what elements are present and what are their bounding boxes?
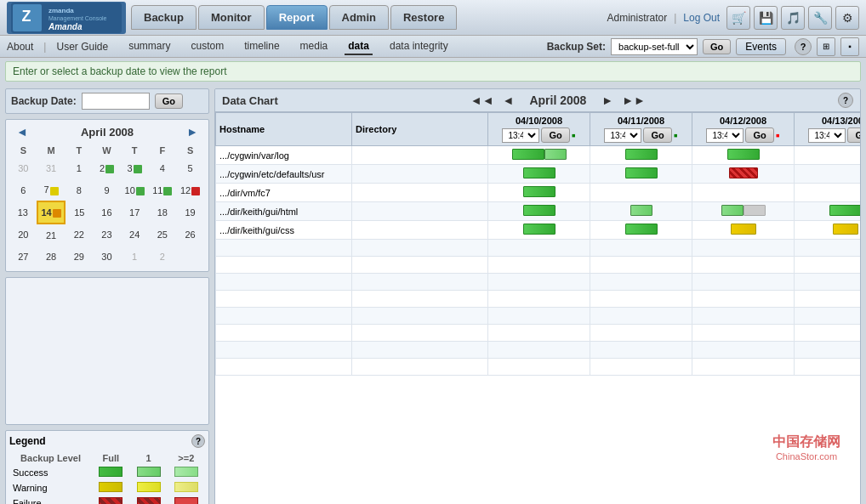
calendar-day[interactable]: 1 [121,246,149,268]
time-select-1[interactable]: 13:47 [604,128,641,143]
subnav-help-icon[interactable]: ? [795,38,812,55]
calendar-day[interactable]: 30 [9,157,37,179]
calendar-day[interactable]: 7 [37,179,66,201]
about-link[interactable]: About [7,41,33,53]
calendar-day[interactable]: 29 [65,246,93,268]
backup-bar [523,205,555,216]
user-guide-link[interactable]: User Guide [56,41,108,53]
backup-set-go-button[interactable]: Go [703,39,731,54]
chart-hostname-cell: .../dir/keith/gui/html [216,202,352,221]
calendar-day[interactable]: 19 [176,201,204,224]
calendar: ◄ April 2008 ► SMTWTFS 30311234567891011… [5,119,209,272]
calendar-next-button[interactable]: ► [183,125,202,139]
tools-icon[interactable]: 🔧 [808,6,832,30]
backup-date-go-button[interactable]: Go [155,93,183,109]
legend-help-icon[interactable]: ? [191,434,205,448]
chart-bar-cell [692,146,795,165]
expand-icon[interactable]: ⊞ [817,37,835,56]
chart-empty-cell [488,257,590,274]
calendar-day[interactable]: 15 [65,201,93,224]
chart-empty-cell [692,359,795,376]
calendar-day[interactable]: 22 [65,224,93,246]
subnav: About | User Guide summary custom timeli… [0,36,866,58]
report-tab-summary[interactable]: summary [125,38,174,55]
time-select-2[interactable]: 13:47 [706,128,744,143]
time-select-3[interactable]: 13:47 [808,128,846,143]
cart-icon[interactable]: 🛒 [726,6,750,30]
calendar-day[interactable]: 2 [93,157,121,179]
music-icon[interactable]: 🎵 [781,6,805,30]
backup-date-input[interactable] [82,93,150,110]
calendar-day[interactable]: 17 [121,201,149,224]
calendar-day[interactable]: 12 [176,179,204,201]
calendar-day[interactable]: 23 [93,224,121,246]
chart-next-next-button[interactable]: ►► [620,93,647,107]
calendar-day[interactable]: 3 [121,157,149,179]
date-label-1: 04/11/2008 [594,116,688,126]
calendar-day[interactable]: 28 [37,246,66,268]
tab-backup[interactable]: Backup [131,5,197,30]
date-go-button-2[interactable]: Go [745,127,773,143]
calendar-day[interactable]: 13 [9,201,37,224]
chart-bar-cell [590,202,692,221]
chart-help-icon[interactable]: ? [838,93,853,108]
window-icon[interactable]: ▪ [840,37,859,56]
report-tab-media[interactable]: media [297,38,332,55]
tab-monitor[interactable]: Monitor [198,5,265,30]
chart-empty-cell [216,342,352,359]
right-panel: Data Chart ◄◄ ◄ April 2008 ► ►► ? Hostna… [214,88,861,504]
date-go-button-1[interactable]: Go [643,127,671,143]
infobar: Enter or select a backup date to view th… [5,61,861,82]
backup-set-select[interactable]: backup-set-full [611,38,698,55]
chart-empty-cell [590,274,692,291]
calendar-day[interactable]: 21 [37,224,66,246]
calendar-day[interactable]: 4 [149,157,177,179]
logout-link[interactable]: Log Out [683,12,720,24]
report-tab-data[interactable]: data [345,38,373,55]
calendar-day[interactable]: 24 [121,224,149,246]
calendar-day[interactable]: 14 [37,201,66,224]
calendar-day[interactable]: 25 [149,224,177,246]
chart-prev-button[interactable]: ◄ [501,93,516,107]
table-row [216,325,862,342]
calendar-day[interactable]: 27 [9,246,37,268]
calendar-day[interactable]: 30 [93,246,121,268]
date-label-0: 04/10/2008 [492,116,586,126]
calendar-prev-button[interactable]: ◄ [13,125,31,139]
calendar-day[interactable]: 20 [9,224,37,246]
report-tab-data-integrity[interactable]: data integrity [386,38,452,55]
calendar-day[interactable]: 11 [149,179,177,201]
calendar-day[interactable]: 8 [65,179,93,201]
chart-empty-cell [795,308,862,325]
calendar-day[interactable]: 26 [176,224,204,246]
calendar-day[interactable]: 10 [121,179,149,201]
settings-icon[interactable]: ⚙ [835,6,859,30]
pipe-separator: | [43,41,46,53]
chart-empty-cell [795,274,862,291]
time-select-0[interactable]: 13:47 [502,128,539,143]
tab-restore[interactable]: Restore [390,5,457,30]
calendar-week-row: 6789101112 [9,179,204,201]
calendar-day[interactable]: 9 [93,179,121,201]
calendar-day[interactable]: 18 [149,201,177,224]
date-go-button-3[interactable]: Go [847,127,861,143]
calendar-day[interactable] [176,246,204,268]
chart-next-button[interactable]: ► [600,93,615,107]
tab-report[interactable]: Report [266,5,328,30]
tab-admin[interactable]: Admin [329,5,389,30]
save-icon[interactable]: 💾 [754,6,778,30]
chart-bar-cell [488,146,590,165]
calendar-day[interactable]: 2 [149,246,177,268]
report-tab-timeline[interactable]: timeline [241,38,282,55]
report-tab-custom[interactable]: custom [188,38,228,55]
calendar-day[interactable]: 16 [93,201,121,224]
chart-prev-prev-button[interactable]: ◄◄ [469,93,496,107]
calendar-day[interactable]: 6 [9,179,37,201]
calendar-day[interactable]: 31 [37,157,66,179]
date-go-button-0[interactable]: Go [541,127,569,143]
date-subrow-2: 13:47 Go ▪ [696,127,790,143]
events-button[interactable]: Events [736,38,786,55]
calendar-day[interactable]: 5 [176,157,204,179]
calendar-day[interactable]: 1 [65,157,93,179]
legend-header: Legend ? [9,434,205,448]
